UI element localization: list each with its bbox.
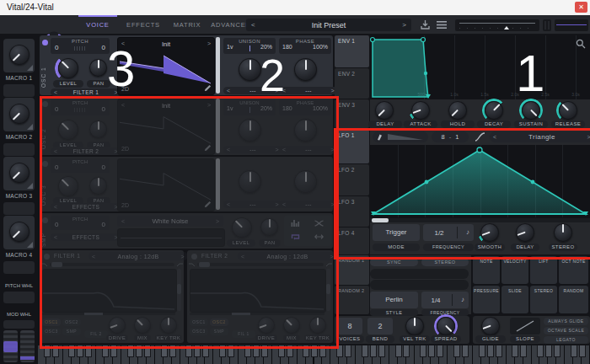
sample-selector[interactable]: < White Noise > — [117, 216, 223, 227]
black-key[interactable] — [487, 345, 494, 357]
unison-detune[interactable]: 20% — [260, 105, 272, 111]
osc1-phase-knob[interactable] — [294, 58, 317, 81]
black-key[interactable] — [144, 345, 151, 357]
osc3-wavetable-display[interactable]: 2D — [117, 158, 215, 211]
piano-keyboard[interactable] — [38, 345, 590, 364]
pencil-edit-icon[interactable] — [204, 201, 212, 208]
filter2-input-smp[interactable]: SMP — [210, 328, 228, 335]
osc3-power-toggle[interactable] — [42, 161, 48, 167]
black-key[interactable] — [44, 345, 51, 357]
osc1-wavetable-display[interactable]: < Init > 2D — [117, 37, 215, 95]
unison-voices[interactable]: 1v — [227, 44, 233, 50]
mod-source-lift[interactable]: LIFT — [530, 256, 557, 284]
osc3-pan-knob[interactable] — [89, 177, 107, 195]
filter2-input-osc1[interactable]: OSC1 — [190, 318, 208, 326]
macro-3-knob[interactable] — [9, 163, 30, 183]
black-key[interactable] — [336, 345, 343, 357]
lfo-paint-tool[interactable] — [373, 131, 428, 142]
transpose-value[interactable]: 0 — [55, 44, 58, 51]
macro-1-dropzone[interactable] — [3, 84, 35, 97]
black-key[interactable] — [278, 345, 285, 357]
phase-randomization[interactable]: 100% — [313, 44, 328, 50]
mod-source-slide[interactable]: SLIDE — [502, 286, 528, 313]
filter1-keytrk-knob[interactable] — [160, 317, 177, 334]
sampler-level-knob[interactable] — [232, 217, 252, 238]
zoom-magnifier-icon[interactable] — [576, 39, 586, 49]
sample-bounce-icon[interactable] — [314, 233, 324, 241]
filter2-input-osc3[interactable]: OSC3 — [190, 328, 208, 335]
mod-source-pressure[interactable]: PRESSURE — [473, 286, 500, 313]
black-key[interactable] — [403, 345, 410, 357]
black-key[interactable] — [127, 345, 134, 357]
spread-knob[interactable] — [437, 317, 455, 335]
tab-env3[interactable]: ENV 3 — [335, 99, 369, 128]
lfo-shape-selector[interactable]: <Triangle> — [490, 131, 590, 142]
black-key[interactable] — [228, 345, 234, 357]
lfo-grid-selector[interactable]: 8-1 — [432, 131, 469, 142]
osc1-unison-box[interactable]: UNISON 1v 20% — [223, 38, 276, 54]
octave-scale-toggle[interactable]: OCTAVE SCALE — [544, 327, 588, 335]
lfo-delay-knob[interactable] — [516, 223, 534, 242]
filter1-mix-knob[interactable] — [134, 317, 151, 334]
unison-voices[interactable]: 1v — [227, 105, 233, 111]
tab-lfo2[interactable]: LFO 2 — [335, 164, 369, 195]
env-decay-knob[interactable] — [485, 101, 503, 120]
mod-source-stereo[interactable]: STEREO — [530, 286, 557, 313]
phase-value[interactable]: 180 — [282, 105, 292, 111]
tab-env2[interactable]: ENV 2 — [335, 68, 369, 99]
osc2-unison-detune-knob[interactable] — [239, 119, 261, 142]
black-key[interactable] — [453, 345, 460, 357]
transpose-value[interactable]: 0 — [55, 105, 58, 113]
black-key[interactable] — [244, 345, 251, 357]
filter2-mix-knob[interactable] — [283, 317, 300, 334]
view-mode-2d[interactable]: 2D — [121, 146, 129, 152]
random-style-box[interactable]: Perlin — [370, 292, 418, 308]
lfo-smooth-knob[interactable] — [480, 223, 499, 242]
paint-density-slider[interactable] — [388, 134, 423, 140]
black-key[interactable] — [545, 345, 552, 357]
sampler-destination-selector[interactable]: <EFFECTS> — [51, 233, 121, 241]
sample-name[interactable]: White Noise — [117, 217, 223, 225]
osc2-destination-selector[interactable]: <FILTER 2> — [51, 147, 121, 155]
osc2-unison-mode-selector[interactable]: <---> — [223, 146, 282, 153]
pitch-wheel-dropzone[interactable] — [3, 292, 35, 303]
black-key[interactable] — [194, 345, 201, 357]
black-key[interactable] — [345, 345, 351, 357]
black-key[interactable] — [496, 345, 502, 357]
volume-slider[interactable] — [555, 19, 588, 31]
black-key[interactable] — [202, 345, 209, 357]
black-key[interactable] — [169, 345, 176, 357]
tab-matrix[interactable]: MATRIX — [168, 21, 206, 29]
transpose-value[interactable]: 0 — [55, 221, 58, 228]
tune-value[interactable]: 0 — [102, 44, 105, 51]
random-sync-toggle[interactable]: SYNC — [370, 258, 418, 266]
env-attack-knob[interactable] — [411, 101, 430, 120]
macro-2-knob[interactable] — [9, 104, 30, 124]
macro-4-knob[interactable] — [9, 222, 30, 242]
tab-env1[interactable]: ENV 1 — [335, 35, 369, 67]
osc2-pitch-box[interactable]: PITCH 0 0 — [51, 99, 110, 115]
filter2-drive-knob[interactable] — [258, 317, 275, 334]
pitch-wheel[interactable] — [3, 330, 18, 362]
osc2-unison-box[interactable]: UNISON 1v 20% — [223, 99, 276, 115]
filter1-input-osc1[interactable]: OSC1 — [42, 318, 61, 326]
filter1-link-fil2[interactable]: FIL 2 — [84, 330, 108, 338]
filter1-drive-knob[interactable] — [109, 317, 126, 334]
filter2-cutoff-scrollbar[interactable] — [190, 313, 324, 315]
black-key[interactable] — [85, 345, 92, 357]
filter2-morph-slider[interactable] — [197, 263, 324, 266]
osc2-pan-knob[interactable] — [89, 120, 107, 138]
black-key[interactable] — [479, 345, 485, 357]
filter1-power-toggle[interactable] — [44, 254, 50, 260]
black-key[interactable] — [437, 345, 443, 357]
mod-wheel-dropzone[interactable] — [3, 320, 35, 329]
black-key[interactable] — [261, 345, 268, 357]
black-key[interactable] — [219, 345, 226, 357]
macro-edit-corner[interactable] — [27, 124, 33, 130]
osc2-phase-knob[interactable] — [294, 119, 317, 142]
preset-next-arrow[interactable]: > — [402, 21, 406, 29]
black-key[interactable] — [520, 345, 527, 357]
black-key[interactable] — [420, 345, 426, 357]
osc3-phase-mode-selector[interactable]: <---> — [279, 201, 338, 208]
filter2-resonance-slider[interactable] — [326, 269, 330, 311]
